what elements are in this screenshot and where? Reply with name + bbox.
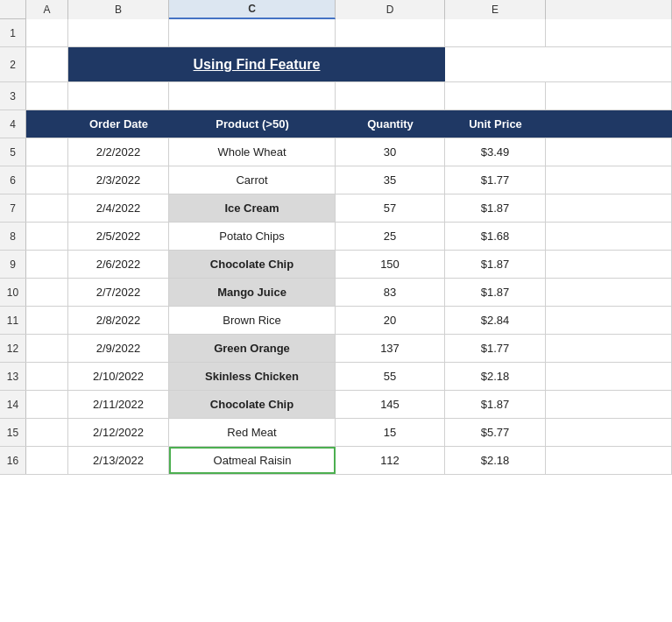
cell-date-10[interactable]: 2/7/2022: [68, 279, 169, 306]
cell-b1[interactable]: [68, 19, 169, 46]
cell-date-7[interactable]: 2/4/2022: [68, 194, 169, 222]
cell-quantity-5[interactable]: 30: [336, 138, 445, 166]
cell-quantity-10[interactable]: 83: [336, 279, 445, 306]
cell-rest-9: [546, 251, 672, 278]
row-num-7: 7: [0, 194, 26, 222]
cell-product-9[interactable]: Chocolate Chip: [169, 251, 336, 278]
corner-cell: [0, 0, 26, 18]
cell-c1[interactable]: [169, 19, 336, 46]
cell-a1[interactable]: [26, 19, 68, 46]
cell-a6[interactable]: [26, 166, 68, 194]
table-row-6: 6 2/3/2022 Carrot 35 $1.77: [0, 166, 672, 194]
cell-a12[interactable]: [26, 335, 68, 362]
cell-a3[interactable]: [26, 82, 68, 110]
col-header-b[interactable]: B: [68, 0, 169, 19]
cell-date-12[interactable]: 2/9/2022: [68, 335, 169, 362]
col-header-a[interactable]: A: [26, 0, 68, 19]
cell-product-15[interactable]: Red Meat: [169, 419, 336, 446]
row-3: 3: [0, 82, 672, 110]
cell-a16[interactable]: [26, 447, 68, 474]
cell-price-7[interactable]: $1.87: [445, 194, 546, 222]
table-row-11: 11 2/8/2022 Brown Rice 20 $2.84: [0, 307, 672, 335]
cell-a5[interactable]: [26, 138, 68, 166]
cell-product-13[interactable]: Skinless Chicken: [169, 363, 336, 390]
cell-price-5[interactable]: $3.49: [445, 138, 546, 166]
cell-e1[interactable]: [445, 19, 546, 46]
table-row-14: 14 2/11/2022 Chocolate Chip 145 $1.87: [0, 391, 672, 419]
cell-rest-16: [546, 447, 672, 474]
col-header-c[interactable]: C: [169, 0, 336, 19]
cell-product-5[interactable]: Whole Wheat: [169, 138, 336, 166]
cell-a7[interactable]: [26, 194, 68, 222]
cell-quantity-6[interactable]: 35: [336, 166, 445, 194]
cell-c3[interactable]: [169, 82, 336, 110]
cell-quantity-12[interactable]: 137: [336, 335, 445, 362]
cell-price-11[interactable]: $2.84: [445, 307, 546, 334]
cell-product-11[interactable]: Brown Rice: [169, 307, 336, 334]
cell-product-16[interactable]: Oatmeal Raisin: [169, 447, 336, 474]
cell-a15[interactable]: [26, 419, 68, 446]
header-order-date[interactable]: Order Date: [68, 110, 169, 138]
cell-a13[interactable]: [26, 363, 68, 390]
cell-a2[interactable]: [26, 47, 68, 81]
cell-date-14[interactable]: 2/11/2022: [68, 391, 169, 418]
cell-rest-3: [546, 82, 672, 110]
cell-product-14[interactable]: Chocolate Chip: [169, 391, 336, 418]
cell-product-8[interactable]: Potato Chips: [169, 223, 336, 250]
cell-a10[interactable]: [26, 279, 68, 306]
cell-quantity-13[interactable]: 55: [336, 363, 445, 390]
cell-quantity-14[interactable]: 145: [336, 391, 445, 418]
cell-a14[interactable]: [26, 391, 68, 418]
cell-date-13[interactable]: 2/10/2022: [68, 363, 169, 390]
cell-e3[interactable]: [445, 82, 546, 110]
cell-b3[interactable]: [68, 82, 169, 110]
header-unit-price[interactable]: Unit Price: [445, 110, 546, 138]
header-quantity[interactable]: Quantity: [336, 110, 445, 138]
cell-price-10[interactable]: $1.87: [445, 279, 546, 306]
cell-quantity-8[interactable]: 25: [336, 223, 445, 250]
cell-price-15[interactable]: $5.77: [445, 419, 546, 446]
cell-product-12[interactable]: Green Orange: [169, 335, 336, 362]
row-num-2: 2: [0, 47, 26, 81]
cell-price-14[interactable]: $1.87: [445, 391, 546, 418]
cell-quantity-11[interactable]: 20: [336, 307, 445, 334]
cell-date-15[interactable]: 2/12/2022: [68, 419, 169, 446]
cell-rest-14: [546, 391, 672, 418]
col-header-rest: [546, 0, 672, 19]
title-cell: Using Find Feature: [68, 47, 445, 81]
cell-rest-12: [546, 335, 672, 362]
cell-d3[interactable]: [336, 82, 445, 110]
cell-rest-10: [546, 279, 672, 306]
row-num-11: 11: [0, 307, 26, 334]
cell-price-13[interactable]: $2.18: [445, 363, 546, 390]
cell-product-10[interactable]: Mango Juice: [169, 279, 336, 306]
cell-date-5[interactable]: 2/2/2022: [68, 138, 169, 166]
col-header-d[interactable]: D: [336, 0, 445, 19]
cell-a11[interactable]: [26, 307, 68, 334]
cell-rest-2: [445, 47, 672, 81]
cell-date-8[interactable]: 2/5/2022: [68, 223, 169, 250]
cell-quantity-15[interactable]: 15: [336, 419, 445, 446]
cell-a4[interactable]: [26, 110, 68, 138]
cell-quantity-16[interactable]: 112: [336, 447, 445, 474]
table-header-row: 4 Order Date Product (>50) Quantity Unit…: [0, 110, 672, 138]
cell-d1[interactable]: [336, 19, 445, 46]
cell-date-11[interactable]: 2/8/2022: [68, 307, 169, 334]
cell-price-9[interactable]: $1.87: [445, 251, 546, 278]
table-row-8: 8 2/5/2022 Potato Chips 25 $1.68: [0, 223, 672, 251]
cell-price-6[interactable]: $1.77: [445, 166, 546, 194]
cell-product-7[interactable]: Ice Cream: [169, 194, 336, 222]
cell-price-16[interactable]: $2.18: [445, 447, 546, 474]
header-product[interactable]: Product (>50): [169, 110, 336, 138]
col-header-e[interactable]: E: [445, 0, 546, 19]
cell-price-12[interactable]: $1.77: [445, 335, 546, 362]
cell-date-16[interactable]: 2/13/2022: [68, 447, 169, 474]
cell-quantity-7[interactable]: 57: [336, 194, 445, 222]
cell-a9[interactable]: [26, 251, 68, 278]
cell-product-6[interactable]: Carrot: [169, 166, 336, 194]
cell-quantity-9[interactable]: 150: [336, 251, 445, 278]
cell-date-6[interactable]: 2/3/2022: [68, 166, 169, 194]
cell-date-9[interactable]: 2/6/2022: [68, 251, 169, 278]
cell-a8[interactable]: [26, 223, 68, 250]
cell-price-8[interactable]: $1.68: [445, 223, 546, 250]
